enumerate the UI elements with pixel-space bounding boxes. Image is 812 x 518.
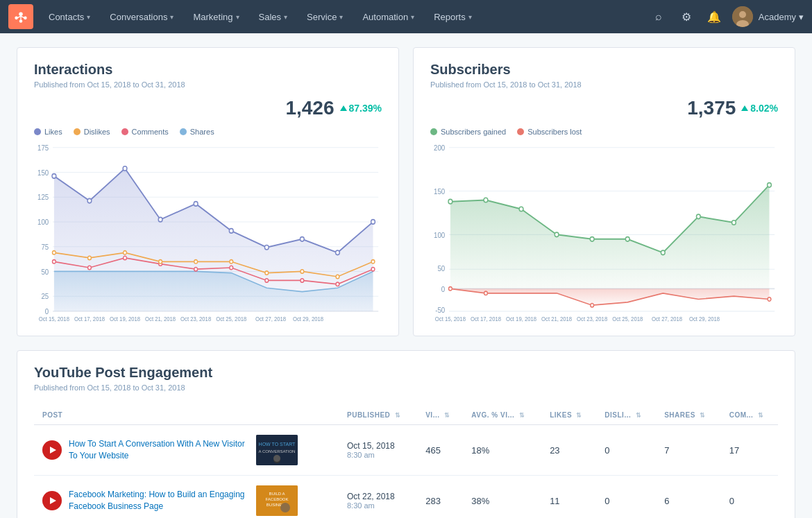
- nav-service[interactable]: Service ▾: [297, 0, 353, 33]
- svg-point-56: [336, 275, 339, 278]
- avatar[interactable]: [732, 6, 753, 27]
- account-menu[interactable]: Academy ▾: [759, 12, 804, 22]
- chevron-down-icon: ▾: [339, 13, 343, 21]
- post-thumbnail-1: HOW TO START A CONVERSATION: [256, 435, 298, 465]
- svg-point-40: [124, 256, 127, 259]
- svg-text:Oct 25, 2018: Oct 25, 2018: [612, 316, 643, 322]
- sort-icon: ⇅: [519, 412, 525, 419]
- svg-point-3: [19, 19, 23, 23]
- notifications-button[interactable]: 🔔: [702, 4, 727, 29]
- comments-2: 0: [721, 476, 778, 519]
- youtube-subtitle: Published from Oct 15, 2018 to Oct 31, 2…: [34, 383, 778, 392]
- svg-point-36: [371, 220, 375, 225]
- comments-dot: [121, 128, 128, 135]
- subscribers-title: Subscribers: [430, 62, 778, 78]
- table-row: Facebook Marketing: How to Build an Enga…: [34, 476, 778, 519]
- interactions-change: 87.39%: [340, 103, 382, 114]
- subscribers-change: 8.02%: [741, 103, 778, 114]
- legend-likes: Likes: [34, 128, 62, 136]
- post-thumbnail-2: BUILD A FACEBOOK BUSINESS: [256, 485, 298, 516]
- svg-text:HOW TO START: HOW TO START: [259, 442, 296, 447]
- sort-icon: ⇅: [444, 412, 450, 419]
- col-avg-view[interactable]: AVG. % VI... ⇅: [463, 406, 541, 425]
- svg-text:Oct 21, 2018: Oct 21, 2018: [145, 316, 176, 322]
- gear-icon: ⚙: [682, 10, 691, 24]
- post-cell-1: How To Start A Conversation With A New V…: [34, 425, 339, 476]
- svg-text:125: 125: [37, 193, 49, 202]
- svg-text:Oct 19, 2018: Oct 19, 2018: [506, 316, 536, 322]
- youtube-section: YouTube Post Engagement Published from O…: [17, 350, 795, 518]
- gained-dot: [430, 128, 437, 135]
- svg-point-82: [519, 207, 523, 211]
- subscribers-card: Subscribers Published from Oct 15, 2018 …: [413, 47, 795, 336]
- svg-point-94: [768, 297, 771, 301]
- svg-text:Oct 19, 2018: Oct 19, 2018: [110, 316, 140, 322]
- svg-text:FACEBOOK: FACEBOOK: [265, 497, 288, 501]
- interactions-legend: Likes Dislikes Comments Shares: [34, 128, 382, 136]
- svg-point-32: [229, 229, 233, 234]
- col-published[interactable]: PUBLISHED ⇅: [339, 406, 417, 425]
- interactions-title: Interactions: [34, 62, 382, 78]
- svg-point-55: [301, 270, 304, 273]
- svg-point-85: [625, 237, 629, 242]
- svg-text:150: 150: [37, 169, 49, 177]
- svg-point-46: [336, 282, 339, 286]
- legend-gained: Subscribers gained: [430, 128, 506, 136]
- hubspot-logo[interactable]: [8, 4, 33, 29]
- nav-conversations[interactable]: Conversations ▾: [100, 0, 183, 33]
- table-header: POST PUBLISHED ⇅ VI... ⇅ AVG. % VI... ⇅: [34, 406, 778, 425]
- search-icon: ⌕: [655, 10, 662, 23]
- published-1: Oct 15, 2018 8:30 am: [339, 425, 417, 476]
- svg-text:Oct 29, 2018: Oct 29, 2018: [293, 316, 323, 322]
- col-likes[interactable]: LIKES ⇅: [541, 406, 596, 425]
- nav-marketing[interactable]: Marketing ▾: [183, 0, 248, 33]
- nav-contacts[interactable]: Contacts ▾: [39, 0, 100, 33]
- svg-point-88: [732, 221, 736, 225]
- views-1: 465: [417, 425, 463, 476]
- nav-sales[interactable]: Sales ▾: [249, 0, 298, 33]
- subscribers-metric: 1,375 8.02%: [430, 97, 778, 119]
- chevron-down-icon: ▾: [284, 13, 287, 21]
- legend-dislikes: Dislikes: [74, 128, 110, 136]
- svg-point-43: [230, 266, 233, 269]
- dislikes-2: 0: [596, 476, 656, 519]
- svg-point-83: [555, 232, 559, 237]
- settings-button[interactable]: ⚙: [674, 4, 699, 29]
- svg-point-113: [280, 503, 290, 512]
- svg-text:25: 25: [41, 293, 49, 301]
- subscribers-chart: 200 150 100 50 0 -50: [430, 141, 778, 322]
- svg-point-34: [300, 237, 304, 242]
- post-title-1[interactable]: How To Start A Conversation With A New V…: [69, 438, 249, 462]
- svg-point-52: [194, 260, 198, 264]
- dislikes-dot: [74, 128, 81, 135]
- dislikes-1: 0: [596, 425, 656, 476]
- svg-point-93: [591, 303, 594, 307]
- svg-text:Oct 27, 2018: Oct 27, 2018: [652, 316, 682, 322]
- col-comments[interactable]: COM... ⇅: [721, 406, 778, 425]
- comments-1: 17: [721, 425, 778, 476]
- svg-point-91: [448, 287, 452, 291]
- svg-point-49: [88, 256, 92, 259]
- post-title-2[interactable]: Facebook Marketing: How to Build an Enga…: [69, 489, 249, 512]
- trend-up-icon: [741, 105, 748, 111]
- svg-marker-79: [450, 185, 770, 288]
- shares-1: 7: [656, 425, 720, 476]
- legend-comments: Comments: [121, 128, 169, 136]
- svg-text:Oct 21, 2018: Oct 21, 2018: [541, 316, 572, 322]
- nav-automation[interactable]: Automation ▾: [353, 0, 424, 33]
- nav-right-actions: ⌕ ⚙ 🔔 Academy ▾: [646, 4, 804, 29]
- shares-dot: [180, 128, 187, 135]
- col-shares[interactable]: SHARES ⇅: [656, 406, 720, 425]
- interactions-card: Interactions Published from Oct 15, 2018…: [17, 47, 399, 336]
- nav-reports[interactable]: Reports ▾: [424, 0, 482, 33]
- published-2: Oct 22, 2018 8:30 am: [339, 476, 417, 519]
- trend-up-icon: [340, 105, 347, 111]
- search-button[interactable]: ⌕: [646, 4, 671, 29]
- interactions-metric: 1,426 87.39%: [34, 97, 382, 119]
- charts-row: Interactions Published from Oct 15, 2018…: [17, 47, 795, 336]
- col-dislikes[interactable]: DISLI... ⇅: [596, 406, 656, 425]
- col-views[interactable]: VI... ⇅: [417, 406, 463, 425]
- post-info-2: Facebook Marketing: How to Build an Enga…: [42, 485, 330, 516]
- svg-text:Oct 29, 2018: Oct 29, 2018: [689, 316, 720, 322]
- svg-point-30: [158, 217, 162, 222]
